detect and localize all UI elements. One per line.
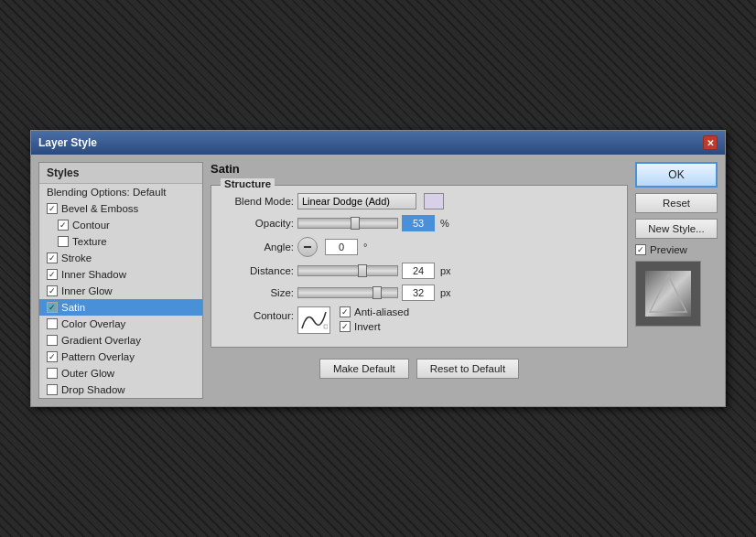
left-panel: Styles Blending Options: Default Bevel &… — [38, 162, 203, 399]
opacity-thumb[interactable] — [351, 217, 360, 230]
size-input[interactable] — [402, 285, 435, 301]
size-unit: px — [440, 287, 451, 298]
ok-button[interactable]: OK — [635, 162, 718, 188]
pattern-overlay-label: Pattern Overlay — [61, 351, 135, 362]
texture-label: Texture — [72, 236, 107, 247]
section-title: Satin — [211, 162, 628, 176]
gradient-overlay-label: Gradient Overlay — [61, 335, 141, 346]
sidebar-item-bevel-emboss[interactable]: Bevel & Emboss — [39, 200, 202, 217]
button-row: Make Default Reset to Default — [211, 359, 628, 379]
drop-shadow-checkbox[interactable] — [47, 384, 58, 395]
svg-rect-1 — [324, 325, 328, 328]
blend-mode-dropdown-wrap: Linear Dodge (Add) — [297, 193, 416, 209]
opacity-slider[interactable] — [297, 218, 398, 229]
bevel-emboss-label: Bevel & Emboss — [61, 203, 138, 214]
sidebar-item-pattern-overlay[interactable]: Pattern Overlay — [39, 349, 202, 365]
reset-button[interactable]: Reset — [635, 193, 718, 213]
angle-degree: ° — [363, 242, 367, 252]
distance-input[interactable] — [402, 263, 435, 279]
distance-slider[interactable] — [297, 265, 398, 276]
drop-shadow-label: Drop Shadow — [61, 384, 125, 395]
structure-group: Structure Blend Mode: Linear Dodge (Add)… — [211, 185, 628, 348]
invert-checkbox[interactable] — [340, 321, 351, 332]
angle-row: Angle: ° — [221, 237, 618, 257]
contour-label: Contour — [72, 220, 110, 231]
size-thumb[interactable] — [373, 286, 382, 299]
sidebar-item-drop-shadow[interactable]: Drop Shadow — [39, 381, 202, 398]
layer-style-dialog: Layer Style ✕ Styles Blending Options: D… — [30, 130, 726, 407]
preview-inner — [645, 271, 691, 317]
sidebar-item-blending-options[interactable]: Blending Options: Default — [39, 184, 202, 200]
contour-checkbox[interactable] — [58, 220, 69, 231]
preview-icon — [645, 271, 691, 317]
dialog-body: Styles Blending Options: Default Bevel &… — [31, 155, 725, 406]
color-overlay-checkbox[interactable] — [47, 318, 58, 329]
distance-label: Distance: — [221, 265, 294, 276]
pattern-overlay-checkbox[interactable] — [47, 351, 58, 362]
sidebar-item-contour[interactable]: Contour — [39, 217, 202, 233]
preview-label: Preview — [635, 244, 718, 255]
opacity-input[interactable] — [402, 215, 435, 231]
right-panel: OK Reset New Style... Preview — [635, 162, 718, 399]
sidebar-item-gradient-overlay[interactable]: Gradient Overlay — [39, 332, 202, 349]
size-label: Size: — [221, 287, 294, 298]
opacity-percent: % — [440, 218, 449, 229]
contour-picker[interactable] — [297, 306, 330, 334]
contour-label: Contour: — [221, 310, 294, 321]
make-default-button[interactable]: Make Default — [319, 359, 409, 379]
dialog-title: Layer Style — [38, 136, 97, 149]
size-slider[interactable] — [297, 287, 398, 298]
anti-aliased-checkbox[interactable] — [340, 306, 351, 317]
inner-shadow-checkbox[interactable] — [47, 269, 58, 280]
size-row: Size: px — [221, 285, 618, 301]
inner-glow-checkbox[interactable] — [47, 285, 58, 296]
opacity-label: Opacity: — [221, 218, 294, 229]
distance-row: Distance: px — [221, 263, 618, 279]
reset-default-button[interactable]: Reset to Default — [416, 359, 519, 379]
sidebar-item-outer-glow[interactable]: Outer Glow — [39, 365, 202, 381]
gradient-overlay-checkbox[interactable] — [47, 335, 58, 346]
angle-input[interactable] — [325, 239, 358, 255]
outer-glow-label: Outer Glow — [61, 368, 114, 379]
angle-dial[interactable] — [297, 237, 318, 257]
svg-rect-2 — [645, 271, 691, 317]
color-overlay-label: Color Overlay — [61, 318, 125, 329]
sidebar-item-inner-shadow[interactable]: Inner Shadow — [39, 266, 202, 283]
angle-label: Angle: — [221, 242, 294, 252]
satin-label: Satin — [61, 302, 85, 313]
blend-mode-label: Blend Mode: — [221, 196, 294, 207]
contour-row: Contour: Anti-aliased — [221, 306, 618, 334]
title-bar: Layer Style ✕ — [31, 131, 725, 155]
left-panel-header: Styles — [39, 163, 202, 184]
bevel-emboss-checkbox[interactable] — [47, 203, 58, 214]
sidebar-item-stroke[interactable]: Stroke — [39, 250, 202, 266]
sidebar-item-satin[interactable]: Satin — [39, 299, 202, 316]
close-button[interactable]: ✕ — [703, 135, 718, 150]
group-box-label: Structure — [221, 178, 275, 189]
center-panel: Satin Structure Blend Mode: Linear Dodge… — [211, 162, 628, 399]
contour-options: Anti-aliased Invert — [340, 306, 409, 332]
blend-mode-color-swatch[interactable] — [424, 193, 444, 209]
stroke-checkbox[interactable] — [47, 252, 58, 263]
blending-options-label: Blending Options: Default — [47, 187, 166, 198]
inner-glow-label: Inner Glow — [61, 285, 113, 296]
opacity-row: Opacity: % — [221, 215, 618, 231]
distance-unit: px — [440, 265, 451, 276]
invert-label: Invert — [340, 321, 409, 332]
distance-thumb[interactable] — [358, 264, 367, 277]
blend-mode-row: Blend Mode: Linear Dodge (Add) — [221, 193, 618, 209]
sidebar-item-color-overlay[interactable]: Color Overlay — [39, 316, 202, 332]
blend-mode-select[interactable]: Linear Dodge (Add) — [297, 193, 416, 209]
new-style-button[interactable]: New Style... — [635, 219, 718, 239]
inner-shadow-label: Inner Shadow — [61, 269, 126, 280]
satin-checkbox[interactable] — [47, 302, 58, 313]
preview-box — [635, 261, 701, 327]
preview-checkbox[interactable] — [635, 244, 646, 255]
stroke-label: Stroke — [61, 252, 92, 263]
sidebar-item-texture[interactable]: Texture — [39, 233, 202, 250]
contour-curve-icon — [300, 308, 328, 332]
texture-checkbox[interactable] — [58, 236, 69, 247]
anti-aliased-label: Anti-aliased — [340, 306, 409, 317]
outer-glow-checkbox[interactable] — [47, 368, 58, 379]
sidebar-item-inner-glow[interactable]: Inner Glow — [39, 283, 202, 299]
